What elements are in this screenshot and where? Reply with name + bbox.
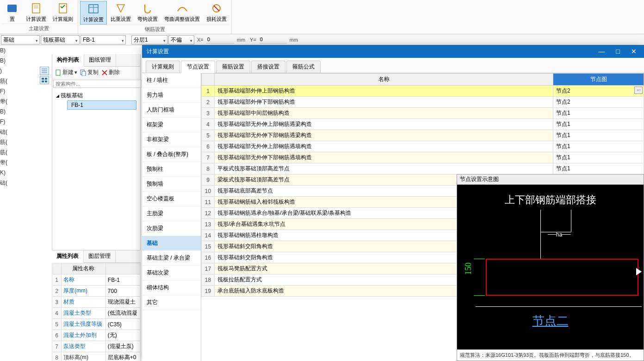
ribbon-btn-calc-settings-civil[interactable]: 计算设置: [23, 1, 49, 24]
prop-row[interactable]: 4混凝土类型(低流动混凝: [52, 308, 141, 319]
preview-canvas: 上下部钢筋端部搭接 —ha— 150 节点二: [457, 185, 644, 349]
ribbon-btn-loss[interactable]: 损耗设置: [204, 1, 229, 25]
dropdown-layer[interactable]: 分层1: [131, 35, 167, 44]
x-input[interactable]: [206, 36, 234, 44]
delete-button[interactable]: 删除: [101, 68, 120, 76]
preview-rect: [486, 259, 638, 296]
grid-header-idx: [202, 74, 215, 86]
grid-row[interactable]: 5筏形基础端部无外伸下部钢筋遇梁构造节点1: [202, 130, 644, 141]
ribbon-btn-bend-adjust[interactable]: 弯曲调整值设置: [161, 1, 203, 25]
svg-rect-14: [45, 78, 47, 80]
ribbon-btn-calc-settings-rebar[interactable]: 计算设置: [80, 1, 107, 25]
svg-rect-17: [56, 70, 60, 75]
category-item[interactable]: 非框架梁: [142, 132, 201, 147]
prop-row[interactable]: 5混凝土强度等级(C35): [52, 319, 141, 330]
dialog-tab-0[interactable]: 计算规则: [146, 61, 180, 73]
search-input[interactable]: [53, 80, 141, 88]
grid-row[interactable]: 7筏形基础端部无外伸下部钢筋遇墙构造节点1: [202, 152, 644, 163]
grid-row[interactable]: 6筏形基础端部无外伸上部钢筋遇墙构造节点1: [202, 141, 644, 152]
category-item[interactable]: 基础主梁 / 承台梁: [142, 251, 201, 266]
ribbon-btn-0[interactable]: 置: [2, 1, 22, 24]
svg-rect-4: [59, 4, 67, 13]
tree-child-fb1[interactable]: FB-1: [67, 100, 136, 110]
category-item[interactable]: 空心楼盖板: [142, 192, 201, 206]
svg-rect-16: [45, 81, 47, 82]
component-tree: 筏板基础 FB-1: [52, 89, 140, 112]
grid-row[interactable]: 3筏形基础端部中间层钢筋构造节点1: [202, 108, 644, 119]
category-item[interactable]: 次肋梁: [142, 221, 201, 236]
mm-label-1: mm: [235, 37, 247, 43]
category-item[interactable]: 主肋梁: [142, 206, 201, 221]
property-panel: 属性列表 图层管理 属性名称 1名称FB-12厚度(mm)7003材质现浇混凝土…: [52, 250, 141, 361]
grid-header-node: 节点图: [553, 74, 644, 86]
y-input[interactable]: [259, 36, 287, 44]
svg-rect-1: [32, 4, 40, 13]
prop-row[interactable]: 1名称FB-1: [52, 274, 141, 286]
new-button[interactable]: 新建 ▾: [55, 68, 77, 76]
category-item[interactable]: 板 / 叠合板(整厚): [142, 147, 201, 162]
y-label: Y=: [248, 37, 258, 43]
prop-row[interactable]: 3材质现浇混凝土: [52, 297, 141, 308]
dialog-title-text: 计算设置: [147, 48, 169, 56]
dropdown-subcategory[interactable]: 筏板基础: [41, 35, 80, 44]
dropdown-offset[interactable]: 不偏移: [168, 35, 194, 44]
category-item[interactable]: 基础: [142, 236, 201, 251]
tab-drawing-mgmt[interactable]: 图纸管理: [84, 54, 116, 66]
preview-dim-150: 150: [464, 262, 473, 275]
category-item[interactable]: 基础次梁: [142, 266, 201, 280]
ribbon-group-rebar: 计算设置 比重设置 弯钩设置 弯曲调整值设置 损耗设置 钢筋设置: [78, 0, 232, 34]
prop-row[interactable]: 6混凝土外加剂(无): [52, 330, 141, 341]
category-item[interactable]: 剪力墙: [142, 88, 201, 103]
grid-row[interactable]: 4筏形基础端部无外伸上部钢筋遇梁构造节点1: [202, 119, 644, 130]
category-item[interactable]: 预制墙: [142, 177, 201, 192]
dialog-tab-3[interactable]: 搭接设置: [251, 61, 285, 73]
dialog-tab-2[interactable]: 箍筋设置: [216, 61, 250, 73]
ribbon-btn-calc-rules[interactable]: 计算规则: [50, 1, 76, 24]
dialog-tab-4[interactable]: 箍筋公式: [286, 61, 321, 73]
grid-row[interactable]: 1筏形基础端部外伸上部钢筋构造节点2⋯: [202, 86, 644, 97]
close-icon[interactable]: ✕: [628, 48, 639, 55]
category-item[interactable]: 砌体结构: [142, 280, 201, 295]
left-cutoff-panel: B)B))筋(S)F)带(H)B)F)础(M)筋(R)筋(X)带(W)K)础(D…: [0, 45, 7, 361]
tab-component-list[interactable]: 构件列表: [52, 54, 84, 67]
ribbon-btn-weight[interactable]: 比重设置: [108, 1, 134, 25]
prop-row[interactable]: 7泵送类型(混凝土泵): [52, 341, 141, 352]
svg-rect-13: [42, 78, 44, 80]
dropdown-component[interactable]: FB-1: [80, 35, 126, 44]
category-item[interactable]: 其它: [142, 295, 201, 310]
tree-parent[interactable]: 筏板基础: [56, 91, 136, 100]
ribbon-group-label-rebar: 钢筋设置: [80, 25, 229, 34]
mm-label-2: mm: [288, 37, 300, 43]
minimize-icon[interactable]: ―: [596, 48, 608, 55]
component-toolbar: 新建 ▾ 复制 删除: [52, 67, 140, 79]
copy-button[interactable]: 复制: [80, 68, 99, 76]
svg-line-9: [214, 6, 219, 11]
prop-row[interactable]: 8顶标高(m)层底标高+0: [52, 352, 141, 361]
ribbon-group-civil: 置 计算设置 计算规则 土建设置: [0, 0, 78, 34]
x-label: X=: [195, 37, 205, 43]
tab-property-list[interactable]: 属性列表: [52, 250, 84, 263]
grid-row[interactable]: 2筏形基础端部外伸下部钢筋构造节点2: [202, 97, 644, 108]
prop-row[interactable]: 2厚度(mm)700: [52, 286, 141, 297]
category-item[interactable]: 柱 / 墙柱: [142, 73, 201, 88]
dialog-tab-1[interactable]: 节点设置: [181, 61, 215, 73]
property-table: 属性名称 1名称FB-12厚度(mm)7003材质现浇混凝土4混凝土类型(低流动…: [52, 263, 141, 361]
ribbon-btn-hook[interactable]: 弯钩设置: [135, 1, 161, 25]
maximize-icon[interactable]: □: [613, 48, 623, 55]
svg-rect-19: [82, 71, 86, 76]
dropdown-category[interactable]: 基础: [1, 35, 40, 44]
grid-row[interactable]: 8平板式筏形基础顶部高差节点节点1: [202, 163, 644, 174]
category-item[interactable]: 预制柱: [142, 162, 201, 177]
view-grid-icon[interactable]: [40, 76, 49, 84]
arrow-icon: [636, 268, 642, 275]
category-item[interactable]: 人防门框墙: [142, 103, 201, 118]
tab-layer-mgmt[interactable]: 图层管理: [84, 250, 116, 262]
svg-rect-0: [7, 5, 17, 12]
category-item[interactable]: 框架梁: [142, 118, 201, 132]
preview-title: 节点设置示意图: [457, 174, 644, 185]
preview-footer-text: 规范算法：来源16G101-3第93页。筏板面筋伸到端部弯折，与底筋搭接150。: [457, 349, 644, 361]
ribbon-group-label-civil: 土建设置: [2, 24, 76, 33]
view-list-icon[interactable]: [40, 67, 49, 75]
ellipsis-button[interactable]: ⋯: [634, 87, 643, 94]
dialog-titlebar[interactable]: 计算设置 ― □ ✕: [142, 45, 644, 58]
